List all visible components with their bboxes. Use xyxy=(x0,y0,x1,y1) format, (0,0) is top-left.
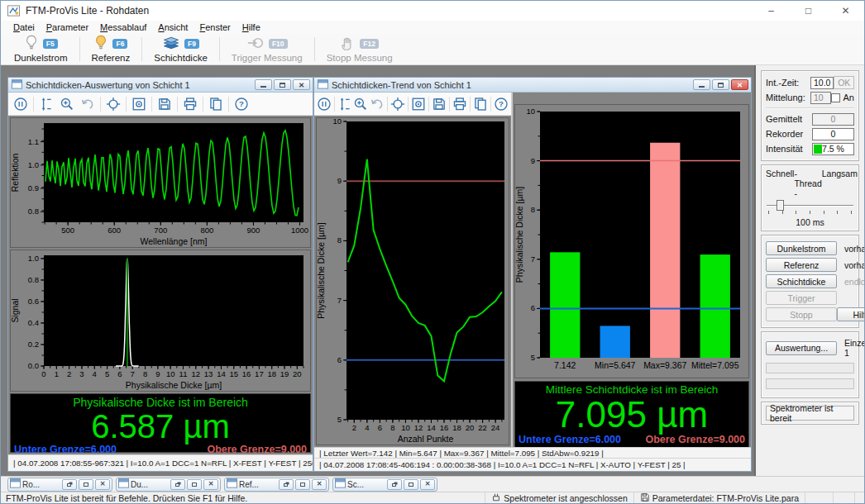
close-button[interactable]: ✕ xyxy=(731,79,748,90)
menu-messablauf[interactable]: Messablauf xyxy=(94,22,152,32)
menu-ansicht[interactable]: Ansicht xyxy=(152,22,194,32)
options-tool-button[interactable] xyxy=(129,94,149,113)
print-tool-button[interactable] xyxy=(452,94,467,113)
restore-button[interactable] xyxy=(387,479,402,490)
maximize-button[interactable] xyxy=(295,479,310,490)
fkey-badge: F9 xyxy=(184,39,199,49)
zoom-in-tool-button[interactable] xyxy=(353,94,368,113)
int-zeit-label: Int.-Zeit: xyxy=(766,78,810,88)
ok-button[interactable]: OK xyxy=(834,76,854,89)
an-checkbox[interactable] xyxy=(831,93,840,102)
referenz-toolbar-button[interactable]: F6 Referenz xyxy=(82,34,141,64)
titlebar[interactable]: FTM-ProVis Lite - Rohdaten – □ ✕ xyxy=(1,1,864,21)
hilfe-button[interactable]: Hilfe xyxy=(837,307,864,321)
close-button[interactable]: ✕ xyxy=(312,479,327,490)
minimized-window-tab[interactable]: Ref... ✕ xyxy=(224,478,329,492)
maximize-button[interactable]: □ xyxy=(790,1,827,21)
restore-button[interactable] xyxy=(170,479,185,490)
print-tool-button[interactable] xyxy=(180,94,200,113)
maximize-button[interactable] xyxy=(187,479,202,490)
menu-datei[interactable]: Datei xyxy=(7,22,41,32)
toolbar-separator xyxy=(126,97,127,112)
mittelung-input[interactable]: 10 xyxy=(810,92,831,104)
status-segment-empty xyxy=(805,492,833,503)
trigger-messung-toolbar-button[interactable]: F10 Trigger Messung xyxy=(222,34,313,64)
menu-hilfe[interactable]: Hilfe xyxy=(237,22,266,32)
close-button[interactable]: ✕ xyxy=(827,1,864,21)
resize-grip[interactable] xyxy=(854,492,864,503)
menubar: Datei Parameter Messablauf Ansicht Fenst… xyxy=(1,21,864,34)
minimize-button[interactable] xyxy=(255,79,272,90)
referenz-button[interactable]: Referenz xyxy=(766,258,837,272)
minimize-button[interactable]: – xyxy=(753,1,790,21)
floppy-icon xyxy=(640,492,650,504)
close-button[interactable]: ✕ xyxy=(293,79,310,90)
svg-text:600: 600 xyxy=(108,226,121,235)
svg-text:6: 6 xyxy=(337,355,342,364)
minimize-button[interactable] xyxy=(693,79,710,90)
save-tool-button[interactable] xyxy=(155,94,174,113)
int-zeit-input[interactable]: 10.0 xyxy=(810,77,834,89)
analysis-window-toolbar: ? xyxy=(8,93,313,116)
save-tool-button[interactable] xyxy=(432,94,447,113)
autoscale-tool-button[interactable] xyxy=(337,94,352,113)
svg-text:Min=5.647: Min=5.647 xyxy=(595,360,635,370)
speed-fast-label: Schnell xyxy=(766,169,794,198)
pause-tool-button[interactable] xyxy=(317,94,332,113)
toolbar-button-label: Stopp Messung xyxy=(327,53,393,63)
menu-fenster[interactable]: Fenster xyxy=(194,22,236,32)
menu-parameter[interactable]: Parameter xyxy=(41,22,94,32)
schichtdicke-button[interactable]: Schichtdicke xyxy=(766,274,837,288)
close-button[interactable]: ✕ xyxy=(95,479,110,490)
close-button[interactable]: ✕ xyxy=(203,479,218,490)
window-icon xyxy=(10,478,21,490)
autoscale-tool-button[interactable] xyxy=(36,94,56,113)
trigger-button[interactable]: Trigger xyxy=(766,291,837,305)
svg-text:800: 800 xyxy=(200,226,213,235)
svg-text:Signal: Signal xyxy=(11,298,20,322)
copy-tool-button[interactable] xyxy=(473,94,488,113)
svg-text:7: 7 xyxy=(131,369,135,378)
status-segment-empty xyxy=(833,492,854,503)
svg-text:?: ? xyxy=(239,99,244,108)
help-tool-button[interactable]: ? xyxy=(232,94,251,113)
minimized-window-tab[interactable]: Ro... ✕ xyxy=(7,478,112,492)
analysis-window-titlebar[interactable]: Schichtdicken-Auswertung von Schicht 1 ✕ xyxy=(8,78,313,93)
rekorder-field[interactable]: 0 xyxy=(812,128,854,140)
minimized-window-tab[interactable]: Sc... ✕ xyxy=(332,478,437,492)
undo-tool-button[interactable] xyxy=(370,94,385,113)
window-icon xyxy=(12,79,22,91)
options-tool-button[interactable] xyxy=(411,94,426,113)
svg-text:6: 6 xyxy=(378,423,382,432)
maximize-button[interactable] xyxy=(712,79,729,90)
copy-tool-button[interactable] xyxy=(206,94,226,113)
crosshair-tool-button[interactable] xyxy=(103,94,123,113)
svg-text:1: 1 xyxy=(55,369,59,378)
dunkelstrom-toolbar-button[interactable]: F5 Dunkelstrom xyxy=(4,34,78,64)
stopp-button[interactable]: Stopp xyxy=(766,307,837,321)
minimized-window-tab[interactable]: Du... ✕ xyxy=(116,478,221,492)
speed-slider[interactable] xyxy=(767,200,853,211)
stopp-messung-toolbar-button[interactable]: F12 Stopp Messung xyxy=(317,34,403,64)
svg-text:10: 10 xyxy=(332,118,342,126)
close-button[interactable]: ✕ xyxy=(420,479,435,490)
pause-tool-button[interactable] xyxy=(11,94,31,113)
undo-tool-button[interactable] xyxy=(78,94,98,113)
trend-window-titlebar[interactable]: Schichtdicken-Trend von Schicht 1 ✕ xyxy=(314,78,751,93)
svg-text:6: 6 xyxy=(117,369,122,378)
help-tool-button[interactable]: ? xyxy=(494,94,509,113)
maximize-button[interactable] xyxy=(404,479,418,490)
svg-text:Max=9.367: Max=9.367 xyxy=(643,360,686,370)
restore-button[interactable] xyxy=(62,479,77,490)
trigger-arrow-icon xyxy=(246,35,265,53)
maximize-button[interactable] xyxy=(274,79,291,90)
parameter-file-status: Parameterdatei: FTM-ProVis Lite.para xyxy=(633,492,805,503)
restore-button[interactable] xyxy=(279,479,294,490)
dunkelstrom-button[interactable]: Dunkelstrom xyxy=(766,241,837,255)
crosshair-tool-button[interactable] xyxy=(390,94,405,113)
zoom-in-tool-button[interactable] xyxy=(57,94,77,113)
slider-thumb[interactable] xyxy=(777,200,784,211)
auswertung-button[interactable]: Auswertung... xyxy=(766,341,837,355)
schichtdicke-toolbar-button[interactable]: F9 Schichtdicke xyxy=(144,34,217,64)
maximize-button[interactable] xyxy=(79,479,93,490)
